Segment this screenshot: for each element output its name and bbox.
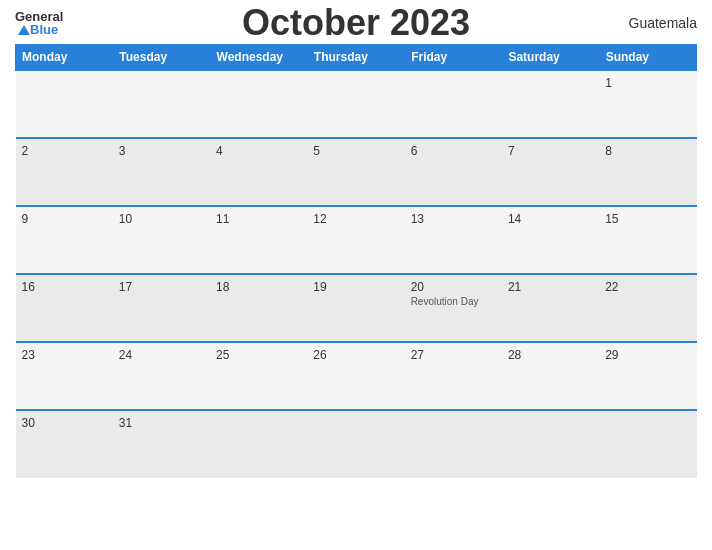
calendar-day-header: Saturday [502, 45, 599, 71]
calendar-day-cell [599, 410, 696, 478]
day-number: 10 [119, 212, 204, 226]
calendar-day-cell: 14 [502, 206, 599, 274]
calendar-day-cell: 7 [502, 138, 599, 206]
day-number: 31 [119, 416, 204, 430]
day-number: 19 [313, 280, 398, 294]
calendar-day-cell [210, 410, 307, 478]
calendar-day-cell: 29 [599, 342, 696, 410]
calendar-day-cell [405, 410, 502, 478]
calendar-page: General Blue October 2023 Guatemala Mond… [0, 0, 712, 550]
day-number: 9 [22, 212, 107, 226]
calendar-day-cell: 30 [16, 410, 113, 478]
calendar-day-cell: 15 [599, 206, 696, 274]
day-number: 14 [508, 212, 593, 226]
calendar-day-cell: 20Revolution Day [405, 274, 502, 342]
calendar-day-header: Tuesday [113, 45, 210, 71]
calendar-table: MondayTuesdayWednesdayThursdayFridaySatu… [15, 44, 697, 478]
calendar-day-cell: 22 [599, 274, 696, 342]
calendar-day-cell: 13 [405, 206, 502, 274]
calendar-day-header: Sunday [599, 45, 696, 71]
day-number: 7 [508, 144, 593, 158]
day-number: 4 [216, 144, 301, 158]
calendar-day-cell: 18 [210, 274, 307, 342]
calendar-day-cell: 11 [210, 206, 307, 274]
calendar-day-cell: 1 [599, 70, 696, 138]
calendar-header-row: MondayTuesdayWednesdayThursdayFridaySatu… [16, 45, 697, 71]
day-number: 11 [216, 212, 301, 226]
calendar-day-cell: 2 [16, 138, 113, 206]
day-number: 12 [313, 212, 398, 226]
day-number: 24 [119, 348, 204, 362]
day-number: 13 [411, 212, 496, 226]
calendar-week-row: 1617181920Revolution Day2122 [16, 274, 697, 342]
calendar-day-cell: 23 [16, 342, 113, 410]
calendar-header: General Blue October 2023 Guatemala [15, 10, 697, 36]
day-number: 6 [411, 144, 496, 158]
calendar-day-cell [307, 410, 404, 478]
holiday-label: Revolution Day [411, 296, 496, 307]
day-number: 15 [605, 212, 690, 226]
calendar-day-cell: 26 [307, 342, 404, 410]
day-number: 20 [411, 280, 496, 294]
calendar-day-cell: 16 [16, 274, 113, 342]
calendar-day-cell: 8 [599, 138, 696, 206]
calendar-day-cell: 3 [113, 138, 210, 206]
calendar-day-cell: 10 [113, 206, 210, 274]
calendar-day-header: Monday [16, 45, 113, 71]
calendar-day-cell: 4 [210, 138, 307, 206]
calendar-week-row: 3031 [16, 410, 697, 478]
calendar-day-cell [210, 70, 307, 138]
calendar-day-header: Wednesday [210, 45, 307, 71]
calendar-day-cell [405, 70, 502, 138]
calendar-day-cell: 12 [307, 206, 404, 274]
calendar-day-cell: 31 [113, 410, 210, 478]
calendar-week-row: 2345678 [16, 138, 697, 206]
day-number: 3 [119, 144, 204, 158]
calendar-day-cell: 9 [16, 206, 113, 274]
calendar-day-cell: 19 [307, 274, 404, 342]
logo: General Blue [15, 10, 63, 36]
calendar-day-cell [502, 70, 599, 138]
calendar-day-cell: 17 [113, 274, 210, 342]
calendar-day-cell [113, 70, 210, 138]
day-number: 27 [411, 348, 496, 362]
day-number: 29 [605, 348, 690, 362]
calendar-day-cell: 6 [405, 138, 502, 206]
day-number: 30 [22, 416, 107, 430]
calendar-day-cell: 25 [210, 342, 307, 410]
day-number: 18 [216, 280, 301, 294]
calendar-day-cell: 24 [113, 342, 210, 410]
calendar-day-cell [502, 410, 599, 478]
day-number: 16 [22, 280, 107, 294]
day-number: 1 [605, 76, 690, 90]
country-label: Guatemala [629, 15, 697, 31]
day-number: 26 [313, 348, 398, 362]
calendar-day-cell: 28 [502, 342, 599, 410]
calendar-day-cell: 21 [502, 274, 599, 342]
calendar-day-header: Thursday [307, 45, 404, 71]
calendar-day-cell: 27 [405, 342, 502, 410]
day-number: 23 [22, 348, 107, 362]
calendar-day-cell [307, 70, 404, 138]
calendar-day-cell [16, 70, 113, 138]
day-number: 17 [119, 280, 204, 294]
day-number: 21 [508, 280, 593, 294]
day-number: 22 [605, 280, 690, 294]
calendar-day-header: Friday [405, 45, 502, 71]
logo-triangle-icon [18, 25, 30, 35]
day-number: 8 [605, 144, 690, 158]
calendar-week-row: 9101112131415 [16, 206, 697, 274]
day-number: 28 [508, 348, 593, 362]
day-number: 25 [216, 348, 301, 362]
day-number: 2 [22, 144, 107, 158]
logo-blue: Blue [30, 23, 58, 36]
calendar-day-cell: 5 [307, 138, 404, 206]
month-title: October 2023 [242, 2, 470, 44]
day-number: 5 [313, 144, 398, 158]
calendar-week-row: 1 [16, 70, 697, 138]
calendar-week-row: 23242526272829 [16, 342, 697, 410]
